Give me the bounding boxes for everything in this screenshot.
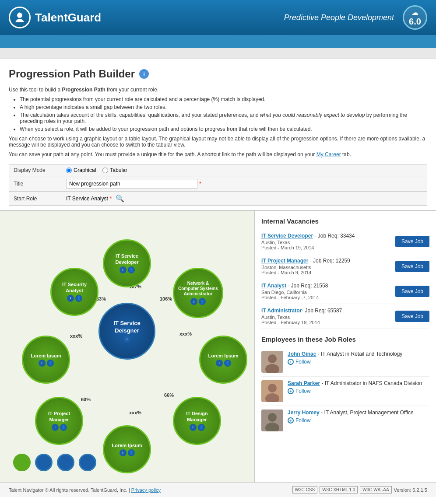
- bubble-bottom-label: Lorem Ipsum: [112, 443, 142, 448]
- save-job-btn-2[interactable]: Save Job: [395, 286, 429, 297]
- employee-name-2[interactable]: Jerry Homey: [288, 410, 320, 416]
- bubble-top[interactable]: IT ServiceDeveloper i 👤: [103, 239, 151, 287]
- bubble-l-info[interactable]: i: [39, 360, 46, 367]
- desc-intro: Use this tool to build a: [9, 87, 62, 93]
- bubble-l-person[interactable]: 👤: [47, 360, 54, 367]
- start-role-search-button[interactable]: 🔍: [116, 194, 124, 203]
- bubble-tr-info[interactable]: i: [190, 298, 197, 305]
- bubble-b-info[interactable]: i: [120, 449, 127, 456]
- display-mode-radios: Graphical Tabular: [66, 167, 127, 173]
- title-row: Title *: [9, 176, 427, 192]
- employee-item-2: Jerry Homey - IT Analyst, Project Manage…: [261, 406, 429, 435]
- tabular-label: Tabular: [110, 167, 127, 173]
- bubble-r-info[interactable]: i: [216, 360, 223, 367]
- employees-title: Employees in these Job Roles: [261, 336, 429, 343]
- bubble-bl-label: IT ProjectManager: [48, 411, 70, 422]
- tabular-radio-label[interactable]: Tabular: [102, 167, 127, 173]
- employee-info-0: John Ginac - IT Analyst in Retail and Te…: [288, 351, 429, 365]
- vacancy-item-0: IT Service Developer - Job Req: 33434 Au…: [261, 229, 429, 254]
- right-panel: Internal Vacancies IT Service Developer …: [254, 211, 436, 482]
- graphical-radio[interactable]: [66, 168, 72, 173]
- employee-name-0[interactable]: John Ginac: [288, 351, 316, 357]
- bubble-r-person[interactable]: 👤: [224, 360, 231, 367]
- follow-label-2: Follow: [295, 417, 311, 424]
- title-label: Title: [14, 181, 66, 187]
- privacy-link[interactable]: Privacy policy: [131, 487, 161, 493]
- bubble-bottom-left[interactable]: IT ProjectManager i 👤: [35, 397, 83, 445]
- required-star: *: [199, 181, 201, 187]
- nav-dot-4[interactable]: [79, 454, 96, 471]
- bullet-item: The potential progressions from your cur…: [20, 96, 427, 102]
- page-title: Progression Path Builder: [9, 68, 135, 80]
- vacancy-link-1[interactable]: IT Project Manager: [261, 258, 308, 264]
- bubble-bottom[interactable]: Lorem Ipsum i 👤: [103, 425, 151, 473]
- desc-bold: Progression Path: [62, 87, 105, 93]
- save-job-btn-1[interactable]: Save Job: [395, 261, 429, 272]
- save-job-btn-0[interactable]: Save Job: [395, 236, 429, 247]
- footer-left: Talent Navigator ® All rights reserved. …: [9, 487, 161, 493]
- center-info-icon[interactable]: i: [123, 336, 130, 343]
- bubble-tl-person[interactable]: 👤: [75, 295, 82, 302]
- main-content: Progression Path Builder i Use this tool…: [0, 59, 436, 210]
- bubble-tl-info[interactable]: i: [67, 295, 74, 302]
- bubble-tr-person[interactable]: 👤: [199, 298, 206, 305]
- bubble-bl-info[interactable]: i: [52, 424, 59, 431]
- my-career-link[interactable]: My Career: [316, 151, 341, 158]
- left-panel: IT ServiceDeisgner i IT ServiceDeveloper…: [0, 211, 254, 482]
- bubble-bl-person[interactable]: 👤: [60, 424, 67, 431]
- employee-avatar-1: [261, 380, 283, 402]
- graphical-label: Graphical: [74, 167, 96, 173]
- bullet-item: A high percentage indicates a small gap …: [20, 104, 427, 110]
- info-icon[interactable]: i: [139, 69, 149, 79]
- center-bubble-icons: i: [123, 336, 130, 343]
- vacancy-link-0[interactable]: IT Service Developer: [261, 233, 313, 239]
- bubble-bottom-right[interactable]: IT DesignManager i 👤: [173, 397, 221, 445]
- vacancy-jobreq-3: - Job Req: 65587: [302, 308, 342, 314]
- vacancy-link-3[interactable]: IT Administrator: [261, 308, 302, 314]
- svg-point-8: [268, 413, 277, 422]
- bubble-top-left[interactable]: IT SecurityAnalyst i 👤: [50, 268, 98, 316]
- follow-btn-2[interactable]: + Follow: [288, 417, 429, 424]
- nav-dot-3[interactable]: [57, 454, 74, 471]
- bubble-br-info[interactable]: i: [190, 424, 197, 431]
- vacancy-posted-2: Posted - February -7, 2014: [261, 295, 391, 300]
- badge-css: W3C CSS: [292, 486, 318, 494]
- employee-name-1[interactable]: Sarah Parker: [288, 380, 320, 386]
- page-title-row: Progression Path Builder i: [9, 68, 427, 80]
- bubble-left[interactable]: Lorem Ipsum i 👤: [22, 336, 70, 384]
- employee-info-2: Jerry Homey - IT Analyst, Project Manage…: [288, 410, 429, 424]
- bubble-right[interactable]: Lorem Ipsum i 👤: [199, 336, 247, 384]
- bubble-b-person[interactable]: 👤: [128, 449, 135, 456]
- bubble-br-person[interactable]: 👤: [198, 424, 205, 431]
- pct-bottom-right: 66%: [164, 392, 174, 398]
- badge-xhtml: W3C XHTML 1.0: [320, 486, 358, 494]
- info-icon-label: i: [143, 71, 144, 77]
- save-job-btn-3[interactable]: Save Job: [395, 311, 429, 322]
- vacancy-loc-2: San Diego, California: [261, 290, 391, 295]
- bubble-left-label: Lorem Ipsum: [31, 353, 61, 358]
- pct-left: xxx%: [70, 333, 82, 339]
- vacancy-posted-3: Posted - February 19, 2014: [261, 320, 391, 325]
- title-input[interactable]: [66, 179, 197, 189]
- bubble-top-info[interactable]: i: [120, 266, 127, 273]
- follow-btn-0[interactable]: + Follow: [288, 359, 429, 365]
- bubble-tl-label: IT SecurityAnalyst: [62, 282, 87, 293]
- vacancy-jobreq-1: - Job Req: 12259: [308, 258, 350, 264]
- center-bubble[interactable]: IT ServiceDeisgner i: [98, 303, 155, 360]
- employee-role-0: - IT Analyst in Retail and Technology: [316, 351, 402, 357]
- nav-dot-1[interactable]: [13, 454, 31, 471]
- employee-avatar-0: [261, 351, 283, 373]
- bubble-top-icons: i 👤: [120, 266, 135, 273]
- vacancy-link-2[interactable]: IT Analyst: [261, 283, 286, 289]
- logo-icon: [9, 7, 31, 28]
- bullet-item: The calculation takes account of the ski…: [20, 112, 427, 124]
- vacancy-item-2: IT Analyst - Job Req: 21558 San Diego, C…: [261, 279, 429, 304]
- follow-btn-1[interactable]: + Follow: [288, 388, 429, 394]
- bubble-top-person[interactable]: 👤: [128, 266, 135, 273]
- bubble-top-right[interactable]: Network &Computer SystemsAdministrator i…: [173, 268, 223, 318]
- nav-dot-2[interactable]: [35, 454, 53, 471]
- graphical-radio-label[interactable]: Graphical: [66, 167, 96, 173]
- employee-item-0: John Ginac - IT Analyst in Retail and Te…: [261, 347, 429, 377]
- footer-copyright: Talent Navigator ® All rights reserved. …: [9, 487, 127, 493]
- tabular-radio[interactable]: [102, 168, 108, 173]
